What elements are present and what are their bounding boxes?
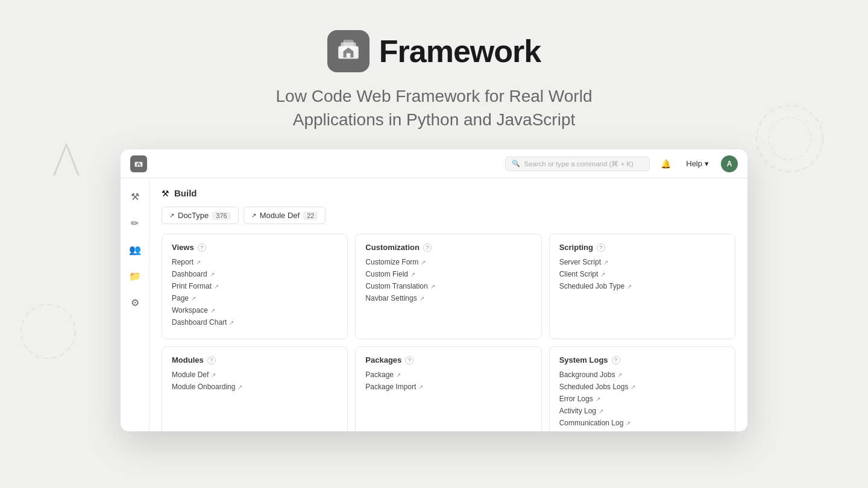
section-packages-help[interactable]: ? bbox=[405, 356, 414, 364]
section-views-help[interactable]: ? bbox=[198, 243, 206, 252]
sidebar-item-users[interactable]: 👥 bbox=[124, 239, 146, 260]
link-module-onboarding[interactable]: Module Onboarding ↗ bbox=[172, 383, 338, 391]
link-custom-translation-label: Custom Translation bbox=[365, 282, 427, 290]
link-communication-log[interactable]: Communication Log ↗ bbox=[559, 419, 725, 427]
sidebar-item-build[interactable]: ⚒ bbox=[124, 186, 146, 207]
sections-grid: Views ? Report ↗ Dashboard ↗ Print Forma… bbox=[162, 234, 735, 431]
section-scripting-title: Scripting bbox=[559, 243, 593, 252]
app-window: 🔍 Search or type a command (⌘ + K) 🔔 Hel… bbox=[121, 149, 747, 431]
app-logo-icon bbox=[327, 30, 370, 72]
link-page[interactable]: Page ↗ bbox=[172, 294, 338, 302]
svg-rect-10 bbox=[138, 164, 140, 166]
tab-doctype[interactable]: ↗ DocType 376 bbox=[162, 207, 239, 224]
notification-icon: 🔔 bbox=[661, 159, 671, 169]
link-scheduled-job-type[interactable]: Scheduled Job Type ↗ bbox=[559, 282, 725, 290]
logo-row: Framework bbox=[327, 30, 541, 72]
link-client-script[interactable]: Client Script ↗ bbox=[559, 270, 725, 278]
link-package-label: Package bbox=[365, 371, 394, 379]
svg-point-4 bbox=[21, 304, 75, 358]
link-communication-log-arrow: ↗ bbox=[626, 420, 631, 427]
link-dashboard-chart-arrow: ↗ bbox=[229, 319, 234, 326]
link-webhook-request-log-label: Webhook Request Log bbox=[559, 431, 633, 431]
link-report-label: Report bbox=[172, 258, 193, 266]
section-system-logs-header: System Logs ? bbox=[559, 355, 725, 364]
section-modules-header: Modules ? bbox=[172, 355, 338, 364]
avatar-button[interactable]: A bbox=[721, 155, 738, 172]
link-workspace-arrow: ↗ bbox=[210, 307, 215, 314]
link-print-format-arrow: ↗ bbox=[214, 283, 219, 290]
link-package-import[interactable]: Package Import ↗ bbox=[365, 383, 531, 391]
section-customization-header: Customization ? bbox=[365, 243, 531, 252]
link-navbar-settings[interactable]: Navbar Settings ↗ bbox=[365, 294, 531, 302]
link-error-logs-arrow: ↗ bbox=[596, 396, 600, 402]
customize-icon: ✏ bbox=[131, 217, 139, 229]
link-background-jobs[interactable]: Background Jobs ↗ bbox=[559, 371, 725, 379]
link-print-format[interactable]: Print Format ↗ bbox=[172, 282, 338, 290]
link-customize-form[interactable]: Customize Form ↗ bbox=[365, 258, 531, 266]
link-scheduled-jobs-logs-label: Scheduled Jobs Logs bbox=[559, 383, 629, 391]
notification-button[interactable]: 🔔 bbox=[657, 155, 674, 172]
section-scripting-help[interactable]: ? bbox=[597, 243, 605, 252]
tab-doctype-arrow: ↗ bbox=[169, 212, 174, 219]
svg-rect-8 bbox=[346, 53, 350, 57]
link-webhook-request-log[interactable]: Webhook Request Log ↗ bbox=[559, 431, 725, 431]
link-workspace[interactable]: Workspace ↗ bbox=[172, 306, 338, 314]
build-icon: ⚒ bbox=[131, 191, 139, 202]
link-dashboard-label: Dashboard bbox=[172, 270, 207, 278]
link-package[interactable]: Package ↗ bbox=[365, 371, 531, 379]
logo-svg bbox=[336, 39, 361, 64]
content-area[interactable]: ⚒ Build ↗ DocType 376 ↗ Module Def 22 bbox=[149, 178, 747, 431]
link-scheduled-jobs-logs[interactable]: Scheduled Jobs Logs ↗ bbox=[559, 383, 725, 391]
help-button[interactable]: Help ▾ bbox=[681, 157, 714, 170]
build-header-icon: ⚒ bbox=[162, 189, 169, 198]
small-logo-svg bbox=[134, 159, 143, 169]
svg-rect-7 bbox=[343, 40, 353, 48]
section-packages-header: Packages ? bbox=[365, 355, 531, 364]
link-dashboard-chart-label: Dashboard Chart bbox=[172, 318, 227, 327]
section-customization-help[interactable]: ? bbox=[423, 243, 432, 252]
link-activity-log[interactable]: Activity Log ↗ bbox=[559, 407, 725, 415]
build-section-title: Build bbox=[174, 188, 197, 198]
link-print-format-label: Print Format bbox=[172, 282, 212, 290]
link-custom-translation-arrow: ↗ bbox=[430, 283, 435, 290]
tab-bar: ↗ DocType 376 ↗ Module Def 22 bbox=[162, 207, 735, 224]
link-package-import-label: Package Import bbox=[365, 383, 416, 391]
tab-module-def[interactable]: ↗ Module Def 22 bbox=[244, 207, 326, 224]
avatar-initials: A bbox=[727, 160, 732, 168]
link-server-script-label: Server Script bbox=[559, 258, 601, 266]
link-module-def[interactable]: Module Def ↗ bbox=[172, 371, 338, 379]
link-custom-field[interactable]: Custom Field ↗ bbox=[365, 270, 531, 278]
sidebar-item-integrations[interactable]: 📁 bbox=[124, 265, 146, 287]
link-dashboard-arrow: ↗ bbox=[210, 271, 215, 278]
link-report[interactable]: Report ↗ bbox=[172, 258, 338, 266]
search-box[interactable]: 🔍 Search or type a command (⌘ + K) bbox=[505, 157, 650, 171]
link-package-import-arrow: ↗ bbox=[418, 384, 423, 390]
link-module-onboarding-label: Module Onboarding bbox=[172, 383, 235, 391]
tab-module-count: 22 bbox=[303, 211, 318, 220]
link-activity-log-label: Activity Log bbox=[559, 407, 596, 415]
link-module-onboarding-arrow: ↗ bbox=[237, 384, 242, 390]
tab-doctype-count: 376 bbox=[212, 211, 230, 220]
section-system-logs-help[interactable]: ? bbox=[612, 356, 620, 364]
hero-section: Framework Low Code Web Framework for Rea… bbox=[0, 0, 868, 149]
link-custom-translation[interactable]: Custom Translation ↗ bbox=[365, 282, 531, 290]
tab-module-label: Module Def bbox=[260, 211, 300, 220]
topbar-right: 🔍 Search or type a command (⌘ + K) 🔔 Hel… bbox=[505, 155, 738, 172]
sidebar-item-settings[interactable]: ⚙ bbox=[124, 292, 146, 313]
link-dashboard[interactable]: Dashboard ↗ bbox=[172, 270, 338, 278]
link-error-logs[interactable]: Error Logs ↗ bbox=[559, 395, 725, 403]
section-views-title: Views bbox=[172, 243, 194, 252]
section-system-logs-title: System Logs bbox=[559, 355, 608, 364]
search-placeholder: Search or type a command (⌘ + K) bbox=[524, 160, 634, 168]
main-layout: ⚒ ✏ 👥 📁 ⚙ ⚒ Build bbox=[121, 178, 747, 431]
section-packages: Packages ? Package ↗ Package Import ↗ bbox=[355, 346, 541, 431]
search-icon: 🔍 bbox=[512, 160, 520, 167]
sidebar-item-customize[interactable]: ✏ bbox=[124, 212, 146, 234]
link-server-script[interactable]: Server Script ↗ bbox=[559, 258, 725, 266]
hero-title: Framework bbox=[379, 33, 541, 69]
section-modules: Modules ? Module Def ↗ Module Onboarding… bbox=[162, 346, 348, 431]
help-chevron-icon: ▾ bbox=[705, 159, 709, 168]
link-dashboard-chart[interactable]: Dashboard Chart ↗ bbox=[172, 318, 338, 327]
link-background-jobs-label: Background Jobs bbox=[559, 371, 615, 379]
section-modules-help[interactable]: ? bbox=[207, 356, 216, 364]
